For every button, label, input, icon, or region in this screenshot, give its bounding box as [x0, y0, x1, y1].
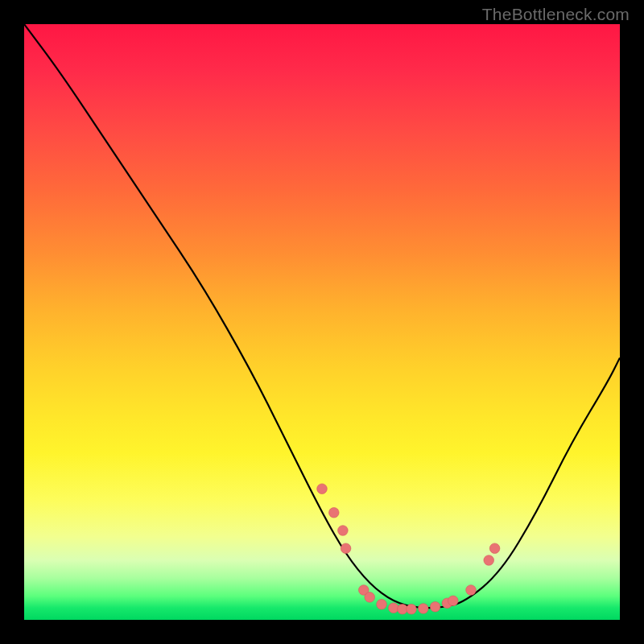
curve-marker	[430, 601, 440, 612]
chart-svg	[24, 24, 620, 620]
bottleneck-curve	[24, 24, 620, 608]
watermark-text: TheBottleneck.com	[482, 5, 630, 24]
curve-marker	[317, 484, 328, 494]
curve-marker	[448, 596, 459, 606]
curve-marker	[484, 555, 494, 566]
curve-marker	[489, 543, 500, 554]
curve-marker	[329, 508, 340, 518]
curve-markers	[317, 484, 500, 614]
plot-area	[24, 24, 620, 620]
curve-marker	[398, 604, 408, 614]
curve-marker	[389, 603, 399, 613]
curve-marker	[407, 604, 417, 614]
curve-marker	[377, 599, 387, 609]
curve-marker	[466, 585, 477, 596]
curve-marker	[341, 543, 351, 554]
curve-marker	[365, 592, 375, 603]
curve-marker	[419, 604, 429, 614]
curve-marker	[338, 526, 349, 536]
